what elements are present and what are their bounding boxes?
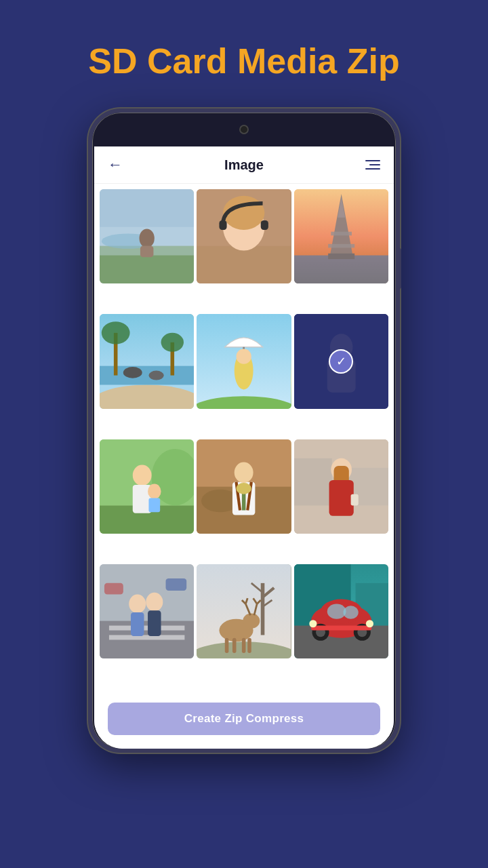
check-circle: ✓ — [329, 349, 353, 374]
back-button[interactable]: ← — [108, 156, 129, 174]
svg-rect-17 — [331, 232, 352, 236]
svg-point-23 — [102, 321, 130, 344]
svg-rect-80 — [248, 637, 252, 652]
check-icon: ✓ — [336, 355, 346, 368]
image-grid: ✓ — [94, 184, 394, 692]
svg-point-63 — [129, 594, 146, 613]
menu-button[interactable] — [359, 160, 380, 170]
camera-notch — [239, 125, 249, 134]
list-item[interactable]: ✓ — [294, 314, 388, 408]
svg-rect-79 — [242, 637, 246, 652]
svg-rect-57 — [329, 479, 353, 515]
menu-line-2 — [369, 164, 380, 165]
svg-point-27 — [148, 371, 163, 380]
svg-rect-64 — [131, 612, 144, 636]
svg-point-41 — [148, 484, 161, 498]
menu-line-1 — [365, 160, 380, 161]
side-button — [398, 248, 401, 289]
svg-point-51 — [235, 462, 253, 483]
svg-point-4 — [140, 229, 155, 248]
phone-mockup: ← Image — [88, 108, 400, 753]
svg-rect-77 — [225, 637, 229, 652]
list-item[interactable] — [294, 564, 388, 658]
app-header: ← Image — [94, 146, 394, 184]
svg-point-94 — [343, 606, 358, 619]
svg-point-26 — [123, 367, 142, 378]
list-item[interactable] — [100, 189, 194, 283]
svg-point-25 — [161, 333, 184, 352]
list-item[interactable] — [294, 439, 388, 534]
svg-rect-58 — [350, 494, 358, 505]
list-item[interactable] — [294, 189, 388, 283]
list-item[interactable] — [197, 189, 291, 283]
list-item[interactable] — [100, 314, 194, 408]
svg-rect-13 — [294, 256, 388, 284]
svg-rect-53 — [294, 458, 332, 505]
svg-point-32 — [237, 349, 251, 364]
app-title: SD Card Media Zip — [88, 41, 399, 81]
screen-title: Image — [224, 157, 264, 173]
svg-rect-99 — [311, 625, 371, 630]
svg-point-101 — [366, 620, 373, 627]
svg-point-39 — [133, 465, 152, 486]
svg-rect-62 — [109, 635, 184, 639]
list-item[interactable] — [197, 439, 291, 534]
selected-overlay: ✓ — [294, 314, 388, 408]
svg-rect-61 — [109, 625, 184, 630]
list-item[interactable] — [197, 564, 291, 658]
svg-rect-18 — [328, 244, 354, 248]
svg-point-65 — [146, 593, 163, 612]
svg-point-76 — [243, 613, 260, 628]
svg-rect-11 — [261, 220, 268, 230]
phone-screen: ← Image — [94, 146, 394, 749]
svg-rect-15 — [328, 254, 354, 259]
svg-rect-10 — [220, 220, 227, 230]
bottom-bar: Create Zip Compress — [94, 692, 394, 749]
svg-rect-42 — [148, 498, 160, 512]
svg-rect-66 — [148, 610, 161, 636]
svg-rect-78 — [232, 637, 237, 652]
phone-top-bar — [92, 113, 396, 146]
list-item[interactable] — [197, 314, 291, 408]
svg-rect-67 — [104, 583, 123, 595]
menu-line-3 — [365, 168, 380, 170]
svg-point-93 — [327, 604, 346, 618]
svg-point-100 — [309, 620, 317, 627]
svg-point-50 — [237, 483, 251, 494]
svg-rect-21 — [100, 366, 194, 385]
list-item[interactable] — [100, 439, 194, 534]
svg-rect-68 — [166, 578, 187, 591]
list-item[interactable] — [100, 564, 194, 658]
create-zip-button[interactable]: Create Zip Compress — [108, 703, 380, 735]
svg-rect-5 — [140, 246, 154, 258]
